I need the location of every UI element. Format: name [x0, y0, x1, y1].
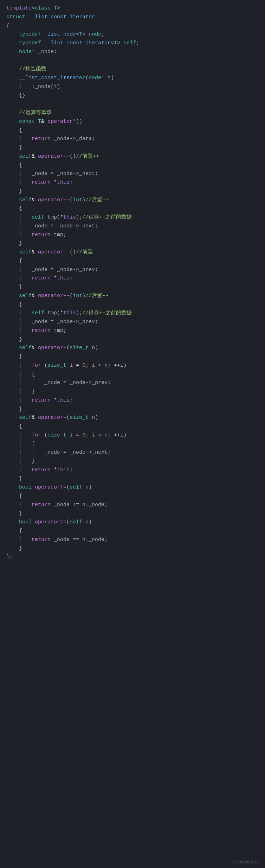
constructor-name: __list_const_iterator: [19, 75, 85, 81]
operator-minus: operator-: [35, 345, 66, 351]
watermark: CSDN @1e-12: [233, 859, 259, 865]
keyword-template: template: [6, 5, 32, 11]
operator-not-equal: operator!=: [32, 484, 66, 490]
struct-name: __list_const_iterator: [25, 14, 95, 20]
comment-constructor: //构造函数: [19, 66, 46, 72]
code-block: template<class T> struct __list_const_it…: [0, 0, 265, 566]
operator-star: operator*: [44, 119, 76, 125]
operator-preincrement: operator++: [35, 153, 70, 159]
keyword-class: class: [35, 5, 51, 11]
operator-postdecrement: operator--: [35, 293, 70, 299]
operator-equal: operator==: [32, 519, 66, 525]
keyword-struct: struct: [6, 14, 25, 20]
operator-postincrement: operator++: [35, 197, 70, 203]
operator-predecrement: operator--: [35, 249, 70, 255]
comment-operator-overload: //运算符重载: [19, 110, 52, 116]
operator-plus: operator+: [35, 415, 66, 421]
